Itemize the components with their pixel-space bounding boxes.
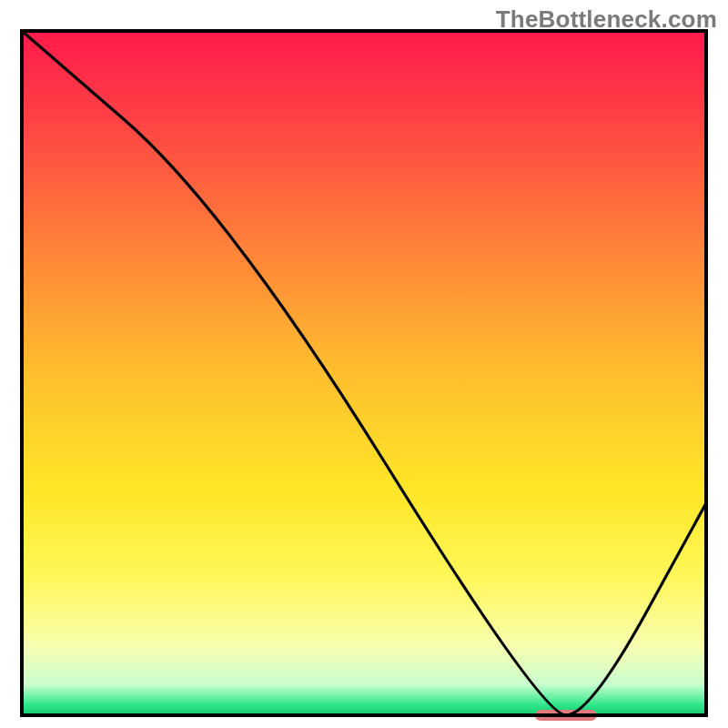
chart-container: { "watermark": "TheBottleneck.com", "cha… (0, 0, 728, 728)
plot-background (22, 31, 706, 715)
bottleneck-chart (0, 0, 728, 728)
